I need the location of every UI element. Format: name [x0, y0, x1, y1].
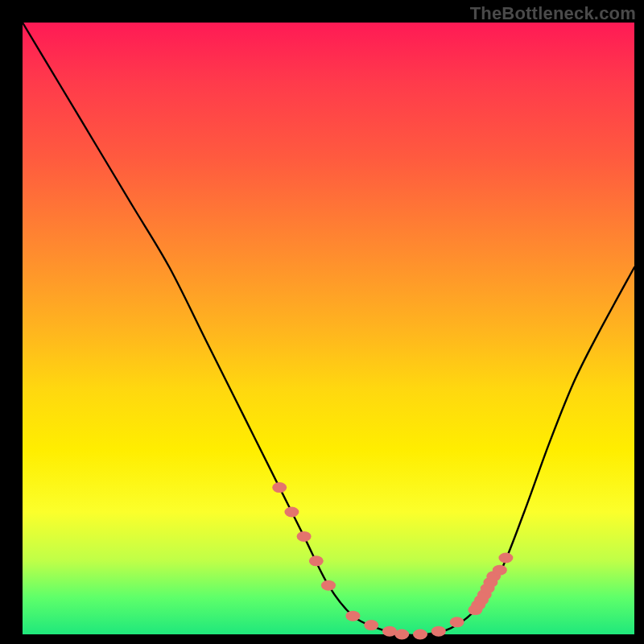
highlight-marker	[450, 617, 464, 627]
highlight-marker	[413, 630, 427, 640]
chart-frame: TheBottleneck.com	[0, 0, 644, 644]
chart-overlay	[23, 23, 634, 634]
watermark-text: TheBottleneck.com	[470, 3, 636, 24]
highlight-marker	[493, 565, 507, 576]
highlight-marker	[309, 555, 324, 566]
highlight-marker	[431, 626, 446, 637]
highlight-marker	[394, 630, 409, 640]
highlight-marker	[272, 482, 287, 493]
highlighted-points-group	[272, 482, 513, 639]
highlight-marker	[321, 580, 336, 591]
highlight-marker	[364, 620, 378, 630]
highlight-marker	[297, 531, 312, 542]
highlight-marker	[498, 553, 513, 564]
bottleneck-curve	[23, 23, 634, 635]
highlight-marker	[284, 507, 299, 518]
highlight-marker	[345, 611, 360, 621]
